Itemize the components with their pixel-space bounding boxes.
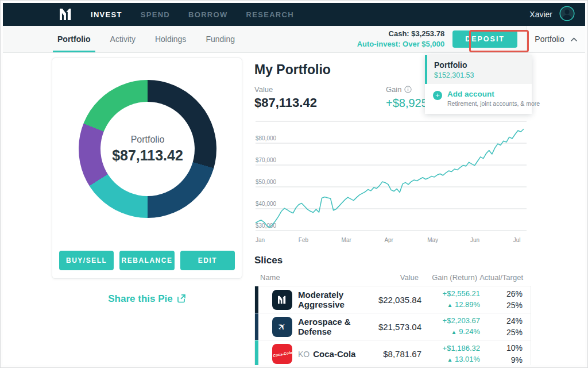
gain-up-arrow: ▲ (451, 329, 457, 335)
slice-name: Coca-Cola (313, 349, 355, 359)
m1-pie-icon (272, 290, 292, 310)
tab-portfolio[interactable]: Portfolio (57, 26, 91, 52)
svg-text:$40,000: $40,000 (256, 201, 277, 207)
slice-gain-amount: +$1,186.32 (443, 344, 480, 352)
svg-text:Feb: Feb (299, 237, 309, 243)
slices-table: Moderately Aggressive $22,035.84 +$2,556… (254, 286, 531, 365)
col-actual-target: Actual/Target (477, 273, 531, 282)
coca-cola-icon: Coca-Cola (272, 344, 292, 364)
slice-value: $21,573.04 (358, 322, 421, 332)
tab-activity[interactable]: Activity (110, 26, 136, 52)
value-label: Value (254, 85, 317, 94)
chevron-up-icon (570, 34, 578, 44)
portfolio-tabs: Portfolio Activity Holdings Funding (57, 26, 235, 52)
add-account-subtitle: Retirement, joint accounts, & more (447, 100, 540, 107)
page-title: My Portfolio (254, 62, 331, 78)
portfolio-donut-chart[interactable]: Portfolio $87,113.42 (79, 80, 216, 218)
user-menu[interactable]: Xavier (529, 6, 575, 24)
slice-value: $22,035.84 (358, 295, 421, 305)
m1-finance-app: INVEST SPEND BORROW RESEARCH Xavier Port… (3, 3, 585, 365)
donut-center: Portfolio $87,113.42 (100, 102, 195, 196)
autoinvest-status: Auto-invest: Over $5,000 (357, 39, 444, 49)
account-dropdown: Portfolio $152,301.53 + Add account Reti… (425, 55, 532, 114)
slice-gain-percent: 13.01% (455, 355, 480, 363)
svg-text:Mar: Mar (342, 237, 352, 243)
slice-gain-amount: +$2,203.67 (443, 316, 480, 325)
user-name: Xavier (529, 10, 552, 19)
slice-name: Moderately Aggressive (298, 290, 358, 309)
sub-nav: Portfolio Activity Holdings Funding Cash… (3, 26, 585, 53)
svg-text:Jan: Jan (256, 237, 265, 243)
table-row-coca-cola[interactable]: Coca-Cola KO Coca-Cola $8,781.67 +$1,186… (255, 340, 531, 365)
svg-text:May: May (427, 237, 438, 243)
donut-center-label: Portfolio (131, 135, 165, 145)
slice-gain-amount: +$2,556.21 (443, 289, 480, 298)
nav-spend[interactable]: SPEND (141, 10, 170, 19)
rebalance-button[interactable]: REBALANCE (119, 251, 174, 270)
svg-text:$50,000: $50,000 (256, 179, 277, 185)
value-block: Value $87,113.42 (254, 85, 317, 110)
svg-text:Jul: Jul (513, 237, 521, 243)
slice-ticker: KO (298, 350, 310, 359)
svg-text:Jun: Jun (470, 237, 479, 243)
col-gain: Gain (Return) (419, 273, 477, 282)
plus-icon: + (433, 91, 442, 100)
slice-target: 25% (506, 328, 523, 337)
slice-gain-percent: 9.24% (459, 327, 480, 336)
slice-gain-percent: 12.89% (455, 300, 480, 309)
slices-title: Slices (254, 255, 283, 266)
table-row-moderately-aggressive[interactable]: Moderately Aggressive $22,035.84 +$2,556… (255, 286, 531, 313)
top-nav: INVEST SPEND BORROW RESEARCH Xavier (3, 3, 585, 26)
share-pie-label: Share this Pie (108, 293, 172, 304)
gain-label: Gain (386, 85, 401, 94)
external-link-icon (177, 294, 186, 303)
share-pie-link[interactable]: Share this Pie (52, 293, 242, 305)
m1-logo-icon[interactable] (57, 8, 75, 21)
buy-sell-button[interactable]: BUY/SELL (59, 251, 114, 270)
account-selector-label: Portfolio (535, 34, 564, 44)
tab-funding[interactable]: Funding (206, 26, 235, 52)
deposit-button[interactable]: DEPOSIT (452, 30, 517, 48)
account-name: Portfolio (434, 60, 525, 70)
nav-borrow[interactable]: BORROW (188, 10, 227, 19)
gain-up-arrow: ▲ (447, 302, 452, 308)
airplane-icon: ✈ (272, 317, 292, 337)
gain-up-arrow: ▲ (447, 356, 452, 363)
portfolio-value: $87,113.42 (254, 95, 317, 110)
table-row-aerospace-defense[interactable]: ✈ Aerospace & Defense $21,573.04 +$2,203… (255, 313, 531, 340)
growth-chart[interactable]: $80,000$70,000$50,000$40,000$30,000JanFe… (254, 117, 531, 249)
nav-invest[interactable]: INVEST (91, 10, 122, 19)
svg-text:$80,000: $80,000 (256, 135, 277, 141)
subnav-right: Cash: $3,253.78 Auto-invest: Over $5,000… (357, 26, 585, 52)
slice-target: 25% (506, 301, 523, 310)
dropdown-item-portfolio[interactable]: Portfolio $152,301.53 (425, 55, 532, 84)
nav-research[interactable]: RESEARCH (246, 10, 294, 19)
info-icon[interactable] (404, 86, 412, 93)
slice-actual: 24% (506, 316, 523, 325)
cash-balance: Cash: $3,253.78 (357, 29, 444, 39)
app-window: INVEST SPEND BORROW RESEARCH Xavier Port… (0, 0, 588, 368)
col-name: Name (254, 273, 352, 282)
svg-text:$70,000: $70,000 (256, 157, 277, 163)
donut-center-value: $87,113.42 (112, 147, 183, 164)
add-account-label: Add account (447, 90, 540, 98)
edit-button[interactable]: EDIT (180, 251, 235, 270)
col-value: Value (352, 273, 419, 282)
cash-summary: Cash: $3,253.78 Auto-invest: Over $5,000 (357, 29, 444, 49)
pie-card: Portfolio $87,113.42 BUY/SELL REBALANCE … (52, 57, 242, 279)
slice-name: Aerospace & Defense (298, 317, 358, 336)
account-selector[interactable]: Portfolio (527, 26, 585, 52)
svg-text:Apr: Apr (384, 237, 393, 243)
slice-actual: 26% (506, 289, 523, 298)
slice-target: 9% (511, 355, 523, 365)
pie-actions: BUY/SELL REBALANCE EDIT (59, 251, 235, 270)
account-value: $152,301.53 (434, 71, 525, 79)
tab-holdings[interactable]: Holdings (155, 26, 186, 52)
slice-actual: 10% (506, 343, 523, 352)
slices-table-header: Name Value Gain (Return) Actual/Target (254, 273, 531, 282)
slice-value: $8,781.67 (358, 349, 421, 359)
add-account-button[interactable]: + Add account Retirement, joint accounts… (425, 84, 532, 114)
primary-nav: INVEST SPEND BORROW RESEARCH (91, 10, 294, 19)
avatar-icon[interactable] (559, 6, 575, 24)
